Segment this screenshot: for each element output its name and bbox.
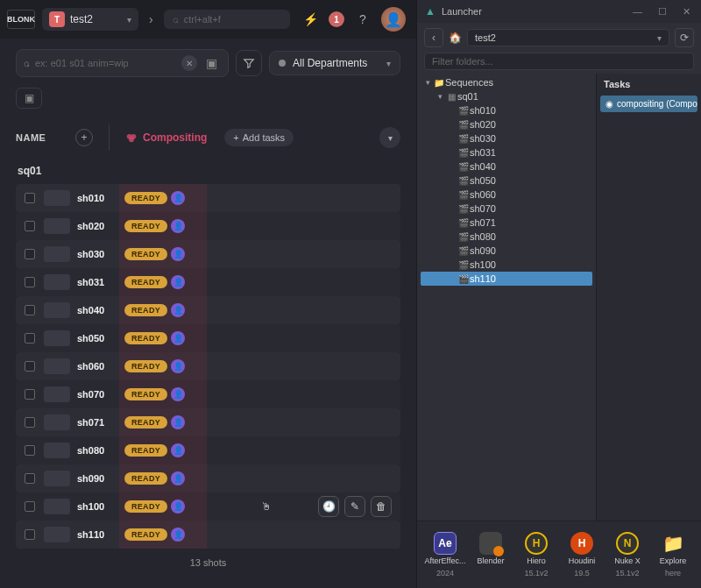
tree-node-sh031[interactable]: 🎬 sh031 bbox=[421, 145, 592, 159]
notification-badge[interactable]: 1 bbox=[329, 11, 344, 27]
assignee-avatar[interactable]: 👤 bbox=[171, 247, 185, 261]
tree-node-sq01[interactable]: ▾ ▦ sq01 bbox=[421, 89, 592, 103]
assignee-avatar[interactable]: 👤 bbox=[171, 275, 185, 289]
close-button[interactable]: ✕ bbox=[679, 6, 694, 18]
shot-checkbox[interactable] bbox=[25, 445, 35, 456]
tree-node-sh090[interactable]: 🎬 sh090 bbox=[421, 244, 592, 258]
shot-thumbnail[interactable] bbox=[44, 358, 70, 374]
app-hiero[interactable]: H Hiero 15.1v2 bbox=[514, 532, 558, 577]
shot-thumbnail[interactable] bbox=[44, 246, 70, 262]
assignee-avatar[interactable]: 👤 bbox=[171, 387, 185, 401]
status-cell[interactable]: READY 👤 bbox=[119, 184, 207, 212]
assignee-avatar[interactable]: 👤 bbox=[171, 499, 185, 514]
assignee-avatar[interactable]: 👤 bbox=[171, 331, 185, 345]
add-shot-button[interactable]: + bbox=[75, 129, 93, 146]
folder-expand-button[interactable]: ▣ bbox=[16, 88, 42, 109]
tree-node-sh050[interactable]: 🎬 sh050 bbox=[421, 174, 592, 188]
status-cell[interactable]: READY 👤 bbox=[119, 240, 207, 268]
history-button[interactable]: 🕘 bbox=[318, 496, 339, 517]
tree-node-sh060[interactable]: 🎬 sh060 bbox=[421, 188, 592, 202]
project-selector[interactable]: T test2 ▾ bbox=[42, 8, 138, 31]
app-houdini[interactable]: H Houdini 19.5 bbox=[560, 532, 604, 577]
shot-row-sh031[interactable]: sh031 READY 👤 🖱 🕘 ✎ 🗑 bbox=[16, 268, 400, 296]
status-cell[interactable]: READY 👤 bbox=[119, 521, 207, 549]
status-cell[interactable]: READY 👤 bbox=[119, 408, 207, 436]
tree-node-sh110[interactable]: 🎬 sh110 bbox=[421, 272, 592, 286]
shot-thumbnail[interactable] bbox=[44, 274, 70, 290]
app-aftereffec-[interactable]: Ae AfterEffec... 2024 bbox=[423, 532, 467, 577]
tree-toggle-icon[interactable]: ▾ bbox=[435, 92, 445, 101]
status-cell[interactable]: READY 👤 bbox=[119, 212, 207, 240]
nav-forward-icon[interactable]: › bbox=[145, 9, 157, 30]
tree-node-sh071[interactable]: 🎬 sh071 bbox=[421, 216, 592, 230]
tree-node-sh080[interactable]: 🎬 sh080 bbox=[421, 230, 592, 244]
shot-checkbox[interactable] bbox=[25, 389, 35, 400]
expand-columns-button[interactable]: ▾ bbox=[379, 127, 400, 148]
status-cell[interactable]: READY 👤 bbox=[119, 352, 207, 380]
home-icon[interactable]: 🏠 bbox=[449, 32, 462, 44]
tree-toggle-icon[interactable]: ▾ bbox=[422, 78, 433, 87]
help-icon[interactable]: ? bbox=[353, 10, 372, 29]
shot-checkbox[interactable] bbox=[25, 361, 35, 372]
shot-row-sh030[interactable]: sh030 READY 👤 🖱 🕘 ✎ 🗑 bbox=[16, 240, 400, 268]
status-cell[interactable]: READY 👤 bbox=[119, 464, 207, 492]
shot-row-sh080[interactable]: sh080 READY 👤 🖱 🕘 ✎ 🗑 bbox=[16, 436, 400, 464]
assignee-avatar[interactable]: 👤 bbox=[171, 443, 185, 457]
shot-checkbox[interactable] bbox=[25, 249, 35, 259]
shot-checkbox[interactable] bbox=[25, 529, 35, 540]
tree-node-sh100[interactable]: 🎬 sh100 bbox=[421, 258, 592, 272]
minimize-button[interactable]: — bbox=[629, 6, 646, 18]
compositing-column-header[interactable]: Compositing bbox=[125, 131, 207, 144]
shot-row-sh071[interactable]: sh071 READY 👤 🖱 🕘 ✎ 🗑 bbox=[16, 408, 400, 436]
shot-row-sh040[interactable]: sh040 READY 👤 🖱 🕘 ✎ 🗑 bbox=[16, 296, 400, 324]
filter-button[interactable] bbox=[236, 50, 262, 76]
shot-row-sh070[interactable]: sh070 READY 👤 🖱 🕘 ✎ 🗑 bbox=[16, 380, 400, 408]
status-cell[interactable]: READY 👤 bbox=[119, 380, 207, 408]
shot-checkbox[interactable] bbox=[25, 473, 35, 484]
shot-thumbnail[interactable] bbox=[44, 527, 70, 542]
shot-thumbnail[interactable] bbox=[44, 443, 70, 458]
user-avatar[interactable]: 👤 bbox=[381, 7, 406, 32]
breadcrumb-path[interactable]: test2 ▾ bbox=[467, 29, 669, 46]
shot-row-sh060[interactable]: sh060 READY 👤 🖱 🕘 ✎ 🗑 bbox=[16, 352, 400, 380]
shot-thumbnail[interactable] bbox=[44, 302, 70, 318]
save-filter-icon[interactable]: ▣ bbox=[202, 56, 221, 70]
shot-thumbnail[interactable] bbox=[44, 330, 70, 346]
assignee-avatar[interactable]: 👤 bbox=[171, 303, 185, 317]
task-item-compositing[interactable]: ◉ compositing (Composi... bbox=[600, 96, 697, 112]
clear-filter-button[interactable]: ✕ bbox=[181, 55, 197, 71]
shot-thumbnail[interactable] bbox=[44, 190, 70, 206]
shot-checkbox[interactable] bbox=[25, 417, 35, 428]
assignee-avatar[interactable]: 👤 bbox=[171, 528, 185, 542]
delete-button[interactable]: 🗑 bbox=[371, 496, 392, 517]
shot-checkbox[interactable] bbox=[25, 305, 35, 315]
edit-button[interactable]: ✎ bbox=[344, 496, 365, 517]
shot-row-sh010[interactable]: sh010 READY 👤 🖱 🕘 ✎ 🗑 bbox=[16, 184, 400, 212]
shot-thumbnail[interactable] bbox=[44, 414, 70, 430]
tree-node-sh070[interactable]: 🎬 sh070 bbox=[421, 202, 592, 216]
back-button[interactable]: ‹ bbox=[424, 28, 443, 47]
shot-row-sh110[interactable]: sh110 READY 👤 🖱 🕘 ✎ 🗑 bbox=[16, 521, 400, 549]
tree-node-sh030[interactable]: 🎬 sh030 bbox=[421, 131, 592, 145]
assignee-avatar[interactable]: 👤 bbox=[171, 415, 185, 429]
shot-checkbox[interactable] bbox=[25, 221, 35, 231]
add-tasks-button[interactable]: + Add tasks bbox=[224, 129, 294, 146]
status-cell[interactable]: READY 👤 bbox=[119, 436, 207, 464]
status-cell[interactable]: READY 👤 bbox=[119, 324, 207, 352]
tree-node-sh040[interactable]: 🎬 sh040 bbox=[421, 159, 592, 174]
shot-thumbnail[interactable] bbox=[44, 499, 70, 514]
shot-row-sh090[interactable]: sh090 READY 👤 🖱 🕘 ✎ 🗑 bbox=[16, 464, 400, 492]
app-explore[interactable]: 📁 Explore here bbox=[651, 532, 695, 577]
app-nuke-x[interactable]: N Nuke X 15.1v2 bbox=[605, 532, 649, 577]
tree-node-sh010[interactable]: 🎬 sh010 bbox=[421, 103, 592, 117]
status-cell[interactable]: READY 👤 bbox=[119, 492, 207, 521]
shot-row-sh050[interactable]: sh050 READY 👤 🖱 🕘 ✎ 🗑 bbox=[16, 324, 400, 352]
bolt-icon[interactable]: ⚡ bbox=[301, 10, 320, 29]
app-logo[interactable]: BLONK bbox=[7, 10, 35, 29]
global-search[interactable]: ⌕ ctrl+alt+f bbox=[164, 10, 290, 29]
shot-checkbox[interactable] bbox=[25, 333, 35, 344]
assignee-avatar[interactable]: 👤 bbox=[171, 219, 185, 233]
filter-folders-input[interactable]: Filter folders... bbox=[424, 53, 694, 70]
shot-row-sh100[interactable]: sh100 READY 👤 🖱 🕘 ✎ 🗑 bbox=[16, 492, 400, 521]
shot-checkbox[interactable] bbox=[25, 193, 35, 203]
